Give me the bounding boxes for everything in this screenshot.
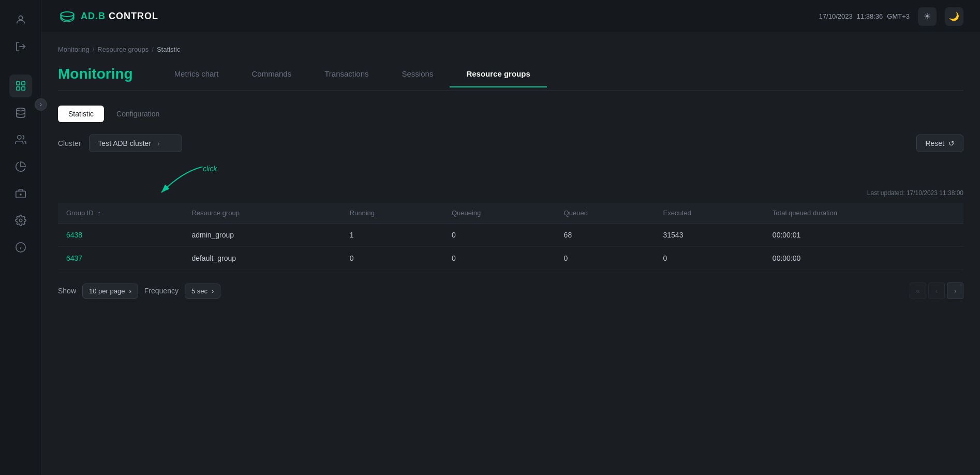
theme-toggle-button[interactable]: ☀	[918, 7, 937, 26]
sidebar-item-monitoring[interactable]	[9, 75, 32, 97]
pagination-bar: Show 10 per page › Frequency 5 sec › « ‹…	[58, 283, 963, 299]
tab-metrics-chart[interactable]: Metrics chart	[158, 69, 235, 87]
tab-sessions[interactable]: Sessions	[385, 69, 450, 87]
table-row: 6437 default_group 0 0 0 0 00:00:00	[58, 247, 963, 270]
pagination-prev-button[interactable]: ‹	[928, 283, 945, 299]
svg-point-0	[19, 16, 22, 20]
cell-group-id-6437: 6437	[58, 247, 183, 270]
logo-ad: AD	[81, 11, 95, 21]
breadcrumb-statistic: Statistic	[157, 46, 181, 53]
group-id-link-6437[interactable]: 6437	[66, 254, 82, 262]
cluster-select[interactable]: Test ADB cluster ›	[89, 135, 182, 152]
col-queued[interactable]: Queued	[556, 203, 655, 224]
frequency-value: 5 sec	[191, 287, 207, 295]
per-page-select[interactable]: 10 per page ›	[82, 284, 138, 299]
page-header: Monitoring Metrics chart Commands Transa…	[58, 66, 963, 91]
pagination-right: « ‹ ›	[910, 283, 963, 299]
resource-groups-table: Group ID ↑ Resource group Running Queuei…	[58, 203, 963, 270]
col-queueing[interactable]: Queueing	[443, 203, 556, 224]
cluster-row: Cluster Test ADB cluster › Reset ↺	[58, 135, 963, 152]
page-content: Monitoring / Resource groups / Statistic…	[41, 33, 980, 475]
table-header-row: Group ID ↑ Resource group Running Queuei…	[58, 203, 963, 224]
show-label: Show	[58, 287, 76, 295]
cluster-value: Test ADB cluster	[98, 139, 151, 147]
pagination-first-button[interactable]: «	[910, 283, 926, 299]
sidebar: ›	[0, 0, 41, 475]
app-logo: AD.B CONTROL	[58, 7, 819, 26]
breadcrumb: Monitoring / Resource groups / Statistic	[58, 46, 963, 53]
frequency-label: Frequency	[144, 287, 179, 295]
cell-queued-6438: 68	[556, 224, 655, 247]
logo-icon	[58, 7, 77, 26]
cell-executed-6437: 0	[655, 247, 764, 270]
cell-group-id-6438: 6438	[58, 224, 183, 247]
col-group-id[interactable]: Group ID ↑	[58, 203, 183, 224]
cell-queueing-6438: 0	[443, 224, 556, 247]
cell-resource-group-admin: admin_group	[183, 224, 341, 247]
frequency-select[interactable]: 5 sec ›	[185, 284, 220, 299]
svg-point-11	[19, 219, 22, 222]
breadcrumb-monitoring[interactable]: Monitoring	[58, 46, 90, 53]
reset-button[interactable]: Reset ↺	[916, 135, 963, 152]
svg-rect-3	[21, 82, 24, 85]
cell-running-6438: 1	[341, 224, 443, 247]
sidebar-item-users[interactable]	[9, 128, 32, 151]
header-timezone: GMT+3	[887, 12, 910, 20]
sidebar-item-jobs[interactable]	[9, 182, 32, 205]
cell-running-6437: 0	[341, 247, 443, 270]
breadcrumb-resource-groups[interactable]: Resource groups	[97, 46, 149, 53]
sidebar-item-logout[interactable]	[9, 35, 32, 58]
svg-point-15	[61, 12, 73, 17]
cell-queueing-6437: 0	[443, 247, 556, 270]
tab-transactions[interactable]: Transactions	[308, 69, 385, 87]
tab-resource-groups[interactable]: Resource groups	[450, 69, 546, 87]
cell-total-queued-6437: 00:00:00	[764, 247, 963, 270]
per-page-value: 10 per page	[89, 287, 125, 295]
logo-control: CONTROL	[106, 11, 158, 21]
logo-b: .B	[95, 11, 106, 21]
sidebar-item-user[interactable]	[9, 8, 32, 31]
reset-label: Reset	[925, 139, 944, 147]
sidebar-item-settings[interactable]	[9, 209, 32, 232]
sidebar-item-chart[interactable]	[9, 155, 32, 178]
cell-executed-6438: 31543	[655, 224, 764, 247]
tab-commands[interactable]: Commands	[235, 69, 308, 87]
per-page-chevron: ›	[129, 287, 131, 295]
sort-icon-group-id: ↑	[97, 209, 101, 217]
nav-tabs: Metrics chart Commands Transactions Sess…	[158, 69, 963, 87]
sidebar-collapse-button[interactable]: ›	[35, 98, 47, 111]
pagination-left: Show 10 per page › Frequency 5 sec ›	[58, 284, 220, 299]
main-content: AD.B CONTROL 17/10/2023 11:38:36 GMT+3 ☀…	[41, 0, 980, 475]
sidebar-item-database[interactable]	[9, 101, 32, 124]
page-title: Monitoring	[58, 66, 158, 91]
sub-tab-configuration[interactable]: Configuration	[106, 106, 170, 122]
svg-rect-2	[16, 82, 19, 85]
cell-resource-group-default: default_group	[183, 247, 341, 270]
svg-rect-4	[16, 87, 19, 90]
pagination-next-button[interactable]: ›	[947, 283, 963, 299]
header-time: 11:38:36	[857, 12, 883, 20]
sidebar-item-info[interactable]	[9, 236, 32, 259]
svg-point-7	[17, 136, 21, 139]
click-arrow	[130, 167, 213, 198]
group-id-link-6438[interactable]: 6438	[66, 231, 82, 239]
col-running[interactable]: Running	[341, 203, 443, 224]
frequency-chevron: ›	[212, 287, 214, 295]
cluster-label: Cluster	[58, 139, 81, 147]
col-resource-group[interactable]: Resource group	[183, 203, 341, 224]
header-right: 17/10/2023 11:38:36 GMT+3 ☀ 🌙	[819, 7, 963, 26]
cell-total-queued-6438: 00:00:01	[764, 224, 963, 247]
annotation-area: click	[58, 165, 963, 189]
logo-text: AD.B CONTROL	[81, 11, 158, 22]
col-total-queued-duration[interactable]: Total queued duration	[764, 203, 963, 224]
app-header: AD.B CONTROL 17/10/2023 11:38:36 GMT+3 ☀…	[41, 0, 980, 33]
svg-point-6	[16, 108, 25, 111]
col-executed[interactable]: Executed	[655, 203, 764, 224]
breadcrumb-sep-2: /	[152, 46, 154, 53]
moon-icon-button[interactable]: 🌙	[945, 7, 963, 26]
cluster-chevron-icon: ›	[157, 139, 160, 147]
breadcrumb-sep-1: /	[93, 46, 95, 53]
cell-queued-6437: 0	[556, 247, 655, 270]
sub-tab-statistic[interactable]: Statistic	[58, 106, 104, 122]
header-datetime: 17/10/2023 11:38:36 GMT+3	[819, 12, 910, 20]
